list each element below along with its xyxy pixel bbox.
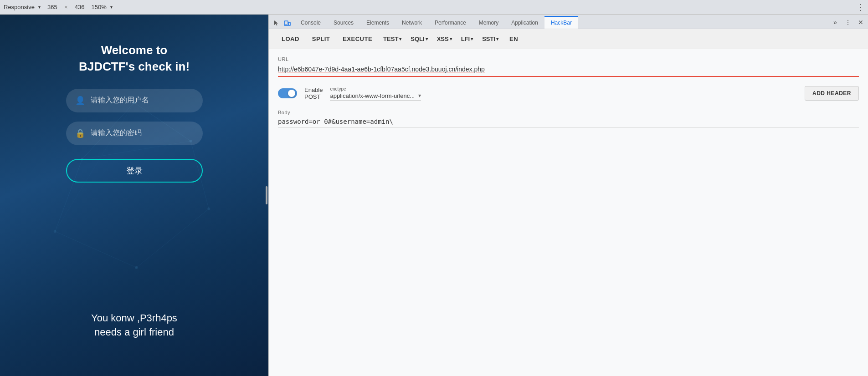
browser-topbar: Responsive ▾ × 150% ▾ ⋮ [0,0,868,15]
enctype-select-wrapper[interactable]: application/x-www-form-urlenc... ▾ [330,92,421,101]
devtools-panel: Console Sources Elements Network Perform… [269,15,868,376]
ssti-dropdown-arrow: ▾ [496,36,498,41]
devtools-content-area: URL http://e6b6047e-7d9d-4aa1-ae6b-1cfbf… [269,49,868,376]
tab-application[interactable]: Application [505,16,544,29]
tab-hackbar[interactable]: HackBar [544,16,578,29]
password-placeholder: 请输入您的密码 [91,128,142,138]
tab-performance[interactable]: Performance [428,16,473,29]
username-placeholder: 请输入您的用户名 [91,96,149,105]
height-input[interactable] [72,4,88,10]
zoom-display[interactable]: 150% [92,4,107,10]
tab-memory[interactable]: Memory [473,16,505,29]
body-input-wrapper[interactable]: password=or 0#&username=admin\ [278,118,859,127]
tab-sources[interactable]: Sources [327,16,360,29]
sqli-dropdown-arrow: ▾ [426,36,428,41]
password-field[interactable]: 🔒 请输入您的密码 [66,122,203,145]
tab-console[interactable]: Console [294,16,327,29]
en-button[interactable]: EN [504,33,524,45]
enctype-value[interactable]: application/x-www-form-urlenc... [330,92,418,99]
sqli-dropdown[interactable]: SQLI ▾ [407,33,431,45]
method-row: Enable POST enctype application/x-www-fo… [278,86,859,101]
test-dropdown[interactable]: TEST ▾ [380,33,405,45]
xss-dropdown[interactable]: XSS ▾ [433,33,456,45]
ssti-dropdown[interactable]: SSTI ▾ [478,33,502,45]
url-label: URL [278,56,859,62]
url-value[interactable]: http://e6b6047e-7d9d-4aa1-ae6b-1cfbf07aa… [278,65,859,74]
split-button[interactable]: SPLIT [307,33,335,45]
width-input[interactable] [44,4,61,10]
method-value: POST [304,93,323,100]
lfi-dropdown-arrow: ▾ [471,36,473,41]
main-area: Welcome to BJDCTF's check in! 👤 请输入您的用户名… [0,15,868,376]
hackbar-toolbar: LOAD SPLIT EXECUTE TEST ▾ SQLI ▾ XSS ▾ L… [269,29,868,49]
enctype-arrow-icon[interactable]: ▾ [418,92,421,99]
enable-label-group: Enable POST [304,86,323,100]
responsive-arrow[interactable]: ▾ [38,5,41,10]
load-button[interactable]: LOAD [276,33,305,45]
body-label: Body [278,110,859,115]
devtools-menu-dots[interactable]: ⋮ [842,17,853,28]
devtools-right-controls: » ⋮ ✕ [830,17,866,29]
enable-label: Enable [304,86,323,93]
bottom-text: You konw ,P3rh4ps needs a girl friend [0,311,268,340]
svg-line-11 [136,209,209,268]
enctype-label: enctype [330,86,421,91]
devtools-tabs-bar: Console Sources Elements Network Perform… [269,15,868,29]
user-icon: 👤 [75,96,85,106]
webpage-content: Welcome to BJDCTF's check in! 👤 请输入您的用户名… [0,15,268,183]
more-tabs-icon[interactable]: » [830,17,841,28]
resize-handle[interactable] [265,15,268,376]
xss-dropdown-arrow: ▾ [450,36,452,41]
enable-toggle[interactable] [278,88,297,98]
test-dropdown-arrow: ▾ [399,36,401,41]
execute-button[interactable]: EXECUTE [337,33,378,45]
drag-handle-visual [266,186,267,204]
login-button[interactable]: 登录 [66,159,203,183]
svg-line-10 [55,231,137,267]
tab-network[interactable]: Network [395,16,428,29]
lock-icon: 🔒 [75,128,85,138]
close-devtools-icon[interactable]: ✕ [855,17,866,28]
zoom-arrow[interactable]: ▾ [110,5,113,10]
webpage-panel: Welcome to BJDCTF's check in! 👤 请输入您的用户名… [0,15,269,376]
cursor-icon[interactable] [271,18,282,29]
lfi-dropdown[interactable]: LFI ▾ [457,33,477,45]
dimension-separator: × [64,4,68,10]
add-header-button[interactable]: ADD HEADER [805,86,859,101]
enctype-wrapper: enctype application/x-www-form-urlenc...… [330,86,421,101]
tab-elements[interactable]: Elements [360,16,395,29]
responsive-label[interactable]: Responsive [4,4,35,10]
device-icon[interactable] [282,18,293,29]
devtools-icon-group [271,18,293,29]
username-field[interactable]: 👤 请输入您的用户名 [66,89,203,112]
body-value[interactable]: password=or 0#&username=admin\ [278,118,859,125]
svg-rect-15 [288,22,290,25]
toggle-thumb [288,90,295,97]
topbar-dots-menu[interactable]: ⋮ [856,2,864,12]
url-input-wrapper[interactable]: http://e6b6047e-7d9d-4aa1-ae6b-1cfbf07aa… [278,65,859,77]
welcome-text: Welcome to BJDCTF's check in! [79,42,190,75]
